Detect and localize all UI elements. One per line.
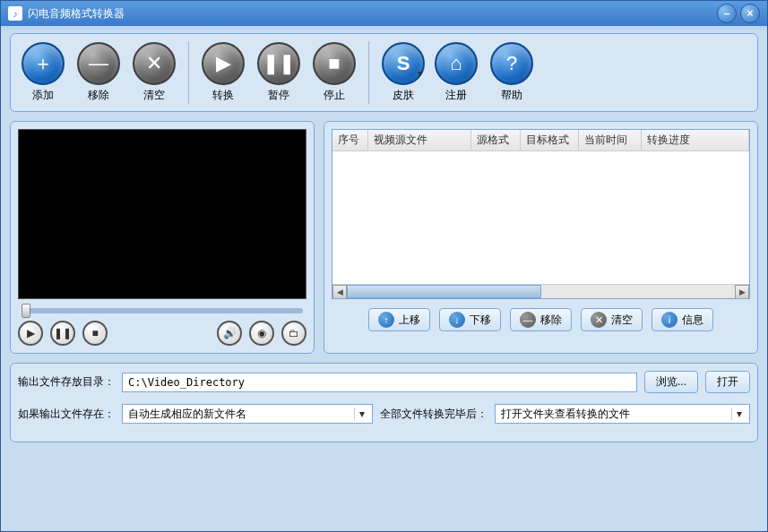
browse-button[interactable]: 浏览...	[644, 371, 698, 393]
list-remove-button[interactable]: — 移除	[510, 308, 572, 331]
toolbar: ＋ 添加 — 移除 ✕ 清空 ▶ 转换 ❚❚	[10, 33, 758, 112]
x-icon: ✕	[133, 42, 176, 85]
after-convert-combo[interactable]: 打开文件夹查看转换的文件 ▾	[495, 404, 750, 424]
table-header: 序号 视频源文件 源格式 目标格式 当前时间 转换进度	[332, 130, 749, 151]
volume-button[interactable]: 🔊	[217, 321, 242, 346]
add-button[interactable]: ＋ 添加	[22, 42, 65, 103]
file-table: 序号 视频源文件 源格式 目标格式 当前时间 转换进度 ◀ ▶	[332, 129, 750, 299]
file-list-panel: 序号 视频源文件 源格式 目标格式 当前时间 转换进度 ◀ ▶ ↑ 上移	[324, 121, 758, 354]
col-source[interactable]: 视频源文件	[368, 130, 471, 150]
seek-thumb[interactable]	[22, 304, 30, 318]
output-dir-label: 输出文件存放目录：	[18, 374, 115, 390]
media-stop-button[interactable]: ■	[82, 321, 108, 346]
scroll-right-icon[interactable]: ▶	[735, 285, 749, 299]
scroll-left-icon[interactable]: ◀	[332, 285, 347, 299]
clear-button[interactable]: ✕ 清空	[133, 42, 176, 103]
skin-dropdown-arrow[interactable]: ▾	[418, 68, 422, 78]
home-icon: ⌂	[435, 42, 478, 85]
x-icon: ✕	[591, 312, 607, 328]
list-clear-button[interactable]: ✕ 清空	[581, 308, 643, 331]
snapshot-button[interactable]: ◉	[249, 321, 274, 346]
chevron-down-icon: ▾	[731, 408, 746, 420]
pause-icon: ❚❚	[257, 42, 300, 85]
table-body[interactable]	[332, 151, 749, 284]
output-panel: 输出文件存放目录： 浏览... 打开 如果输出文件存在： 自动生成相应的新文件名…	[10, 363, 758, 442]
minus-icon: —	[77, 42, 120, 85]
media-pause-button[interactable]: ❚❚	[50, 321, 75, 346]
stop-icon: ■	[313, 42, 356, 85]
scroll-thumb[interactable]	[347, 285, 541, 298]
info-icon: i	[661, 312, 677, 328]
remove-button[interactable]: — 移除	[77, 42, 120, 103]
divider	[368, 41, 369, 104]
chevron-down-icon: ▾	[354, 408, 368, 420]
close-button[interactable]: ×	[740, 4, 760, 23]
info-button[interactable]: i 信息	[652, 308, 713, 331]
minus-icon: —	[520, 312, 536, 328]
app-window: ♪ 闪电音频格式转换器 – × ＋ 添加 — 移除 ✕ 清空	[0, 0, 768, 532]
open-button[interactable]: 打开	[705, 371, 750, 393]
col-target-fmt[interactable]: 目标格式	[521, 130, 579, 150]
col-time[interactable]: 当前时间	[579, 130, 642, 150]
open-folder-button[interactable]: 🗀	[281, 321, 306, 346]
app-icon: ♪	[8, 6, 22, 21]
preview-panel: ▶ ❚❚ ■ 🔊 ◉ 🗀	[10, 121, 315, 354]
horizontal-scrollbar[interactable]: ◀ ▶	[332, 284, 749, 298]
minimize-button[interactable]: –	[717, 4, 737, 23]
move-down-button[interactable]: ↓ 下移	[439, 308, 501, 331]
if-exists-combo[interactable]: 自动生成相应的新文件名 ▾	[122, 404, 373, 424]
help-button[interactable]: ? 帮助	[490, 42, 533, 103]
arrow-up-icon: ↑	[378, 312, 394, 328]
titlebar: ♪ 闪电音频格式转换器 – ×	[1, 1, 767, 26]
play-icon: ▶	[202, 42, 245, 85]
question-icon: ?	[490, 42, 533, 85]
convert-button[interactable]: ▶ 转换	[202, 42, 245, 103]
video-preview	[18, 129, 306, 299]
move-up-button[interactable]: ↑ 上移	[368, 308, 430, 331]
pause-button[interactable]: ❚❚ 暂停	[257, 42, 300, 103]
if-exists-label: 如果输出文件存在：	[18, 407, 115, 422]
media-play-button[interactable]: ▶	[18, 321, 43, 346]
divider	[188, 41, 189, 104]
after-convert-label: 全部文件转换完毕后：	[380, 407, 488, 422]
seek-slider[interactable]	[22, 308, 303, 313]
plus-icon: ＋	[22, 42, 65, 85]
window-title: 闪电音频格式转换器	[28, 6, 125, 21]
stop-button[interactable]: ■ 停止	[313, 42, 356, 103]
arrow-down-icon: ↓	[449, 312, 465, 328]
skin-icon: S	[382, 42, 425, 85]
col-index[interactable]: 序号	[332, 130, 368, 150]
output-dir-input[interactable]	[122, 373, 637, 392]
col-progress[interactable]: 转换进度	[642, 130, 749, 150]
col-src-fmt[interactable]: 源格式	[471, 130, 521, 150]
register-button[interactable]: ⌂ 注册	[435, 42, 478, 103]
